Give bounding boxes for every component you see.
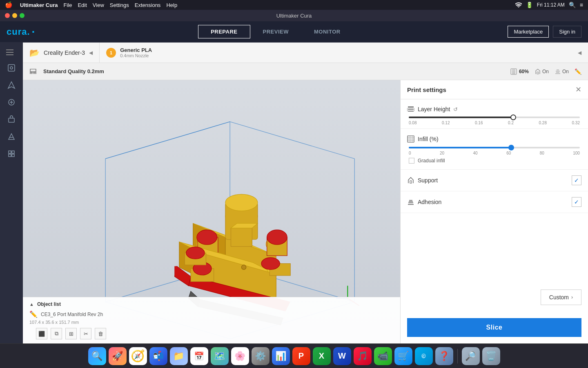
dock-photos[interactable]: 🌸 bbox=[231, 347, 249, 365]
inner-layout: 📂 Creality Ender-3 ◀ 1 Generic PLA 0.4mm… bbox=[23, 43, 588, 343]
sidebar-tool-1[interactable] bbox=[3, 60, 20, 76]
dock-music[interactable]: 🎵 bbox=[354, 347, 372, 365]
support-checkbox[interactable]: ✓ bbox=[572, 175, 581, 185]
action-trash-btn[interactable]: 🗑 bbox=[95, 328, 106, 339]
layer-height-labels: 0.08 0.12 0.16 0.2 0.28 0.32 bbox=[409, 121, 580, 125]
edit-settings-icon[interactable]: ✏️ bbox=[575, 68, 581, 75]
svg-point-27 bbox=[225, 194, 258, 211]
tab-preview[interactable]: PREVIEW bbox=[250, 25, 301, 38]
svg-rect-55 bbox=[410, 181, 412, 183]
sidebar-tool-4[interactable] bbox=[3, 111, 20, 128]
object-item-name: CE3_6 Port Manifold Rev 2h bbox=[41, 312, 103, 317]
hamburger-menu[interactable] bbox=[3, 46, 16, 59]
file-menu[interactable]: File bbox=[63, 2, 72, 8]
app-name-menu[interactable]: Ultimaker Cura bbox=[20, 2, 58, 8]
toolbar-right: Marketplace Sign in bbox=[508, 26, 581, 38]
sidebar-tool-5[interactable] bbox=[3, 128, 20, 145]
device-bar: 📂 Creality Ender-3 ◀ 1 Generic PLA 0.4mm… bbox=[23, 43, 588, 63]
left-sidebar bbox=[0, 43, 23, 343]
viewport-3d[interactable]: ▲ Object list ✏️ CE3_6 Port Manifold Rev… bbox=[23, 80, 400, 343]
svg-rect-6 bbox=[9, 154, 11, 157]
help-menu[interactable]: Help bbox=[166, 2, 177, 8]
infill-label-row: Infill (%) bbox=[407, 135, 581, 143]
object-item-size: 107.4 x 35.6 x 151.7 mm bbox=[29, 320, 79, 325]
svg-rect-3 bbox=[9, 118, 14, 122]
material-sub: 0.4mm Nozzle bbox=[120, 53, 152, 58]
action-layout-btn[interactable]: ⊞ bbox=[65, 328, 77, 339]
tab-prepare[interactable]: PREPARE bbox=[198, 25, 250, 38]
gradual-infill-checkbox[interactable] bbox=[409, 158, 414, 164]
apple-menu[interactable]: 🍎 bbox=[5, 1, 13, 9]
svg-rect-4 bbox=[9, 151, 11, 153]
app-container: cura. · PREPARE PREVIEW MONITOR Marketpl… bbox=[0, 21, 588, 343]
dock-powerpoint[interactable]: P bbox=[292, 347, 310, 365]
clock: Fri 11:12 AM bbox=[537, 2, 565, 8]
signin-button[interactable]: Sign in bbox=[553, 26, 581, 38]
adhesion-checkbox[interactable]: ✓ bbox=[572, 197, 581, 207]
object-actions: ⬛ ⧉ ⊞ ✂ 🗑 bbox=[29, 328, 394, 339]
dock-keynote[interactable]: 📊 bbox=[272, 347, 290, 365]
sidebar-tool-6[interactable] bbox=[3, 146, 20, 162]
material-info: Generic PLA 0.4mm Nozzle bbox=[120, 47, 152, 58]
dock-settings[interactable]: ⚙️ bbox=[252, 347, 270, 365]
dock-files[interactable]: 📁 bbox=[170, 347, 188, 365]
layer-height-reset-icon[interactable]: ↺ bbox=[453, 106, 458, 112]
close-button[interactable] bbox=[5, 13, 10, 18]
svg-rect-5 bbox=[12, 151, 14, 153]
object-list-chevron-icon: ▲ bbox=[29, 302, 34, 307]
extensions-menu[interactable]: Extensions bbox=[135, 2, 161, 8]
dock-appstore[interactable]: 🛒 bbox=[394, 347, 412, 365]
material-selector[interactable]: 1 Generic PLA 0.4mm Nozzle ◀ bbox=[100, 43, 588, 63]
support-label: Support bbox=[418, 177, 568, 184]
dock-search[interactable]: 🔎 bbox=[462, 347, 480, 365]
tab-monitor[interactable]: MONITOR bbox=[301, 25, 353, 38]
infill-slider[interactable]: 0 20 40 60 80 100 bbox=[407, 147, 581, 155]
dock-facetime[interactable]: 📹 bbox=[374, 347, 392, 365]
dock-word[interactable]: W bbox=[333, 347, 351, 365]
svg-rect-7 bbox=[12, 154, 14, 157]
minimize-button[interactable] bbox=[12, 13, 17, 18]
close-print-settings-button[interactable]: ✕ bbox=[575, 86, 581, 93]
svg-point-33 bbox=[267, 230, 287, 245]
object-list-title: Object list bbox=[37, 301, 61, 307]
svg-rect-9 bbox=[537, 72, 539, 74]
slice-button[interactable]: Slice bbox=[407, 318, 581, 337]
custom-chevron-icon: › bbox=[571, 294, 573, 300]
printer-selector[interactable]: 📂 Creality Ender-3 ◀ bbox=[23, 43, 100, 63]
dock-separator bbox=[457, 349, 458, 364]
quality-name: Standard Quality 0.2mm bbox=[43, 68, 104, 74]
custom-button[interactable]: Custom › bbox=[541, 289, 581, 305]
maximize-button[interactable] bbox=[20, 13, 24, 18]
edit-menu[interactable]: Edit bbox=[78, 2, 87, 8]
sidebar-tool-3[interactable] bbox=[3, 94, 20, 110]
dock-trash[interactable]: 🗑️ bbox=[482, 347, 500, 365]
support-setting-icon bbox=[407, 177, 414, 184]
material-badge: 1 bbox=[106, 48, 116, 58]
search-icon[interactable]: 🔍 bbox=[569, 2, 576, 8]
layer-height-label: Layer Height bbox=[418, 106, 450, 112]
view-menu[interactable]: View bbox=[93, 2, 104, 8]
action-cube-btn[interactable]: ⬛ bbox=[36, 328, 47, 339]
dock-launchpad[interactable]: 🚀 bbox=[109, 347, 127, 365]
marketplace-button[interactable]: Marketplace bbox=[508, 26, 549, 38]
settings-menu[interactable]: Settings bbox=[110, 2, 129, 8]
svg-rect-49 bbox=[231, 228, 252, 247]
dock-cura[interactable]: © bbox=[415, 347, 433, 365]
dock-safari[interactable]: 🧭 bbox=[129, 347, 147, 365]
window-title: Ultimaker Cura bbox=[276, 13, 312, 19]
printer-chevron-icon: ◀ bbox=[89, 50, 93, 56]
notification-icon[interactable]: ≡ bbox=[580, 2, 583, 8]
dock-mail[interactable]: 📬 bbox=[149, 347, 167, 365]
action-copy-btn[interactable]: ⧉ bbox=[51, 328, 62, 339]
dock-excel[interactable]: X bbox=[313, 347, 331, 365]
dock-calendar[interactable]: 📅 bbox=[190, 347, 208, 365]
sidebar-tool-2[interactable] bbox=[3, 77, 20, 93]
quality-icon bbox=[29, 68, 37, 75]
dock-help[interactable]: ❓ bbox=[435, 347, 453, 365]
layer-height-slider[interactable]: 0.08 0.12 0.16 0.2 0.28 0.32 bbox=[407, 117, 581, 125]
dock-maps[interactable]: 🗺️ bbox=[211, 347, 229, 365]
dock-finder[interactable]: 🔍 bbox=[88, 347, 106, 365]
action-cut-btn[interactable]: ✂ bbox=[80, 328, 91, 339]
object-list-header[interactable]: ▲ Object list bbox=[29, 301, 394, 307]
printer-icon: 📂 bbox=[29, 48, 40, 58]
